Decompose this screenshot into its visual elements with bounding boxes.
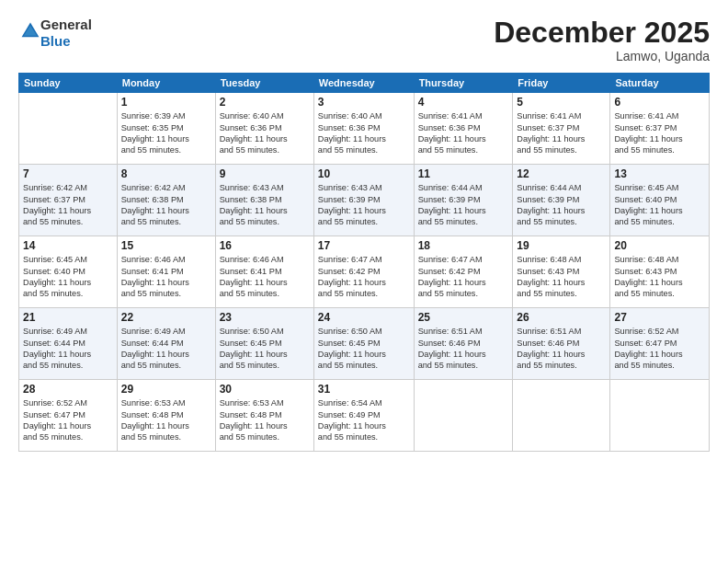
calendar-cell xyxy=(513,380,610,452)
day-info: Sunrise: 6:39 AM Sunset: 6:35 PM Dayligh… xyxy=(121,110,211,156)
logo-general: General xyxy=(40,17,92,32)
page-header: General Blue December 2025 Lamwo, Uganda xyxy=(18,17,710,63)
calendar-cell: 12Sunrise: 6:44 AM Sunset: 6:39 PM Dayli… xyxy=(513,165,610,236)
day-number: 9 xyxy=(220,167,310,180)
col-friday: Friday xyxy=(513,74,610,93)
day-info: Sunrise: 6:41 AM Sunset: 6:37 PM Dayligh… xyxy=(517,110,606,156)
calendar-cell: 6Sunrise: 6:41 AM Sunset: 6:37 PM Daylig… xyxy=(610,93,710,165)
calendar-cell: 31Sunrise: 6:54 AM Sunset: 6:49 PM Dayli… xyxy=(313,380,414,452)
day-info: Sunrise: 6:54 AM Sunset: 6:49 PM Dayligh… xyxy=(318,397,410,443)
day-number: 29 xyxy=(121,383,211,396)
day-info: Sunrise: 6:50 AM Sunset: 6:45 PM Dayligh… xyxy=(318,326,410,372)
day-info: Sunrise: 6:40 AM Sunset: 6:36 PM Dayligh… xyxy=(318,110,410,156)
calendar-cell: 18Sunrise: 6:47 AM Sunset: 6:42 PM Dayli… xyxy=(414,236,513,308)
col-sunday: Sunday xyxy=(19,74,118,93)
calendar-cell: 22Sunrise: 6:49 AM Sunset: 6:44 PM Dayli… xyxy=(117,308,215,380)
day-number: 20 xyxy=(614,239,705,252)
day-info: Sunrise: 6:46 AM Sunset: 6:41 PM Dayligh… xyxy=(121,254,211,300)
calendar: Sunday Monday Tuesday Wednesday Thursday… xyxy=(18,73,710,452)
day-info: Sunrise: 6:53 AM Sunset: 6:48 PM Dayligh… xyxy=(220,397,310,443)
calendar-cell: 17Sunrise: 6:47 AM Sunset: 6:42 PM Dayli… xyxy=(313,236,414,308)
calendar-week-row: 7Sunrise: 6:42 AM Sunset: 6:37 PM Daylig… xyxy=(19,165,710,236)
calendar-cell: 13Sunrise: 6:45 AM Sunset: 6:40 PM Dayli… xyxy=(610,165,710,236)
day-info: Sunrise: 6:42 AM Sunset: 6:37 PM Dayligh… xyxy=(23,182,113,228)
calendar-cell: 26Sunrise: 6:51 AM Sunset: 6:46 PM Dayli… xyxy=(513,308,610,380)
calendar-cell: 3Sunrise: 6:40 AM Sunset: 6:36 PM Daylig… xyxy=(313,93,414,165)
day-info: Sunrise: 6:45 AM Sunset: 6:40 PM Dayligh… xyxy=(23,254,113,300)
day-number: 16 xyxy=(220,239,310,252)
day-info: Sunrise: 6:52 AM Sunset: 6:47 PM Dayligh… xyxy=(614,326,705,372)
day-number: 3 xyxy=(318,96,410,109)
day-number: 7 xyxy=(23,167,113,180)
day-number: 24 xyxy=(318,311,410,324)
calendar-cell: 19Sunrise: 6:48 AM Sunset: 6:43 PM Dayli… xyxy=(513,236,610,308)
day-number: 13 xyxy=(614,167,705,180)
day-number: 26 xyxy=(517,311,606,324)
day-number: 25 xyxy=(418,311,509,324)
calendar-cell: 4Sunrise: 6:41 AM Sunset: 6:36 PM Daylig… xyxy=(414,93,513,165)
title-block: December 2025 Lamwo, Uganda xyxy=(494,17,710,63)
calendar-week-row: 1Sunrise: 6:39 AM Sunset: 6:35 PM Daylig… xyxy=(19,93,710,165)
day-info: Sunrise: 6:47 AM Sunset: 6:42 PM Dayligh… xyxy=(318,254,410,300)
month-title: December 2025 xyxy=(494,17,710,49)
calendar-cell: 28Sunrise: 6:52 AM Sunset: 6:47 PM Dayli… xyxy=(19,380,118,452)
calendar-week-row: 14Sunrise: 6:45 AM Sunset: 6:40 PM Dayli… xyxy=(19,236,710,308)
day-info: Sunrise: 6:42 AM Sunset: 6:38 PM Dayligh… xyxy=(121,182,211,228)
day-number: 27 xyxy=(614,311,705,324)
calendar-cell xyxy=(610,380,710,452)
calendar-cell: 21Sunrise: 6:49 AM Sunset: 6:44 PM Dayli… xyxy=(19,308,118,380)
calendar-cell: 7Sunrise: 6:42 AM Sunset: 6:37 PM Daylig… xyxy=(19,165,118,236)
calendar-cell: 9Sunrise: 6:43 AM Sunset: 6:38 PM Daylig… xyxy=(215,165,313,236)
day-number: 2 xyxy=(220,96,310,109)
day-number: 5 xyxy=(517,96,606,109)
day-info: Sunrise: 6:44 AM Sunset: 6:39 PM Dayligh… xyxy=(418,182,509,228)
calendar-cell: 14Sunrise: 6:45 AM Sunset: 6:40 PM Dayli… xyxy=(19,236,118,308)
day-number: 4 xyxy=(418,96,509,109)
day-info: Sunrise: 6:46 AM Sunset: 6:41 PM Dayligh… xyxy=(220,254,310,300)
calendar-week-row: 28Sunrise: 6:52 AM Sunset: 6:47 PM Dayli… xyxy=(19,380,710,452)
day-number: 14 xyxy=(23,239,113,252)
calendar-cell: 2Sunrise: 6:40 AM Sunset: 6:36 PM Daylig… xyxy=(215,93,313,165)
calendar-header-row: Sunday Monday Tuesday Wednesday Thursday… xyxy=(19,74,710,93)
day-info: Sunrise: 6:41 AM Sunset: 6:37 PM Dayligh… xyxy=(614,110,705,156)
col-monday: Monday xyxy=(117,74,215,93)
calendar-cell: 27Sunrise: 6:52 AM Sunset: 6:47 PM Dayli… xyxy=(610,308,710,380)
day-number: 1 xyxy=(121,96,211,109)
calendar-cell xyxy=(19,93,118,165)
calendar-cell xyxy=(414,380,513,452)
calendar-cell: 23Sunrise: 6:50 AM Sunset: 6:45 PM Dayli… xyxy=(215,308,313,380)
day-info: Sunrise: 6:41 AM Sunset: 6:36 PM Dayligh… xyxy=(418,110,509,156)
logo: General Blue xyxy=(18,17,92,50)
calendar-cell: 25Sunrise: 6:51 AM Sunset: 6:46 PM Dayli… xyxy=(414,308,513,380)
day-number: 21 xyxy=(23,311,113,324)
day-info: Sunrise: 6:51 AM Sunset: 6:46 PM Dayligh… xyxy=(418,326,509,372)
day-number: 17 xyxy=(318,239,410,252)
calendar-cell: 5Sunrise: 6:41 AM Sunset: 6:37 PM Daylig… xyxy=(513,93,610,165)
day-number: 18 xyxy=(418,239,509,252)
day-number: 22 xyxy=(121,311,211,324)
day-number: 8 xyxy=(121,167,211,180)
calendar-cell: 24Sunrise: 6:50 AM Sunset: 6:45 PM Dayli… xyxy=(313,308,414,380)
calendar-cell: 10Sunrise: 6:43 AM Sunset: 6:39 PM Dayli… xyxy=(313,165,414,236)
day-info: Sunrise: 6:52 AM Sunset: 6:47 PM Dayligh… xyxy=(23,397,113,443)
day-number: 19 xyxy=(517,239,606,252)
day-number: 23 xyxy=(220,311,310,324)
day-info: Sunrise: 6:49 AM Sunset: 6:44 PM Dayligh… xyxy=(23,326,113,372)
day-number: 15 xyxy=(121,239,211,252)
calendar-cell: 11Sunrise: 6:44 AM Sunset: 6:39 PM Dayli… xyxy=(414,165,513,236)
calendar-cell: 30Sunrise: 6:53 AM Sunset: 6:48 PM Dayli… xyxy=(215,380,313,452)
day-info: Sunrise: 6:48 AM Sunset: 6:43 PM Dayligh… xyxy=(614,254,705,300)
day-number: 28 xyxy=(23,383,113,396)
day-info: Sunrise: 6:47 AM Sunset: 6:42 PM Dayligh… xyxy=(418,254,509,300)
col-thursday: Thursday xyxy=(414,74,513,93)
day-info: Sunrise: 6:51 AM Sunset: 6:46 PM Dayligh… xyxy=(517,326,606,372)
col-tuesday: Tuesday xyxy=(215,74,313,93)
calendar-week-row: 21Sunrise: 6:49 AM Sunset: 6:44 PM Dayli… xyxy=(19,308,710,380)
day-info: Sunrise: 6:53 AM Sunset: 6:48 PM Dayligh… xyxy=(121,397,211,443)
logo-icon xyxy=(20,21,40,41)
calendar-cell: 29Sunrise: 6:53 AM Sunset: 6:48 PM Dayli… xyxy=(117,380,215,452)
day-info: Sunrise: 6:50 AM Sunset: 6:45 PM Dayligh… xyxy=(220,326,310,372)
calendar-cell: 8Sunrise: 6:42 AM Sunset: 6:38 PM Daylig… xyxy=(117,165,215,236)
col-wednesday: Wednesday xyxy=(313,74,414,93)
day-number: 6 xyxy=(614,96,705,109)
